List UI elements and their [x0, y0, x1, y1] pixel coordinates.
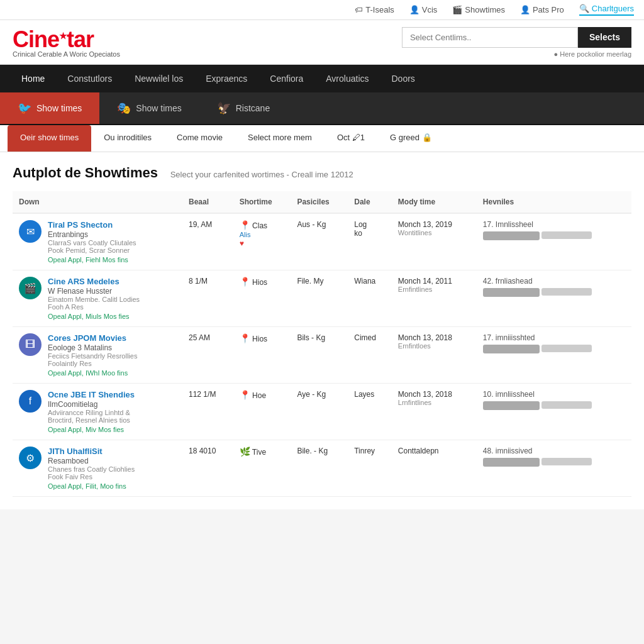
row-links[interactable]: Opeal Appl, Miuls Mos fies: [48, 313, 140, 320]
mainnav-doors[interactable]: Doors: [380, 65, 426, 92]
filter-tab-oeir[interactable]: Oeir show times: [8, 125, 91, 152]
status-badge: [483, 401, 540, 410]
profile-icon: 👤: [520, 5, 530, 14]
row-title[interactable]: JITh UhalfliSit: [48, 447, 135, 456]
row-3-beaal: 112 1/M: [182, 384, 233, 440]
page-title: Autplot de Showtimes: [13, 165, 158, 180]
row-sub: W Flenase Husster: [48, 287, 140, 296]
search-row: Selects: [402, 27, 631, 48]
row-avatar: 🎞: [19, 333, 42, 356]
row-1-mody: Monch 14, 2011Ernfintlines: [392, 270, 477, 327]
row-4-down: ⚙ JITh UhalfliSit Resamboed Chanes fras …: [13, 440, 182, 497]
row-4-pasiciles: Bile. - Kg: [291, 440, 348, 497]
col-mody: Mody time: [392, 191, 477, 213]
col-pasiciles: Pasiciles: [291, 191, 348, 213]
row-avatar: f: [19, 390, 42, 413]
row-title[interactable]: Tiral PS Shecton: [48, 220, 136, 230]
row-links[interactable]: Opeal Appl, Filit, Moo fins: [48, 482, 135, 490]
search-input[interactable]: [402, 27, 578, 48]
status-badge: [483, 345, 540, 353]
row-links[interactable]: Opeal Appl, Fiehl Mos fins: [48, 256, 136, 264]
filter-tab-select[interactable]: Select more mem: [235, 125, 325, 152]
logo-cine: Cine: [13, 26, 59, 52]
mainnav-newwilel[interactable]: Newwilel los: [123, 65, 194, 92]
row-0-shortime: 📍 Clas Alis ♥: [233, 213, 291, 270]
content-subtitle: Select your carfenited wortimes - Creall…: [170, 170, 353, 179]
topnav-vcis[interactable]: 👤 Vcis: [409, 5, 438, 14]
topnav-showtimes[interactable]: 🎬 Showtimes: [452, 5, 505, 14]
section-tab-showtimes-2[interactable]: 🎭 Show times: [99, 92, 199, 124]
section-tab-showtimes-1[interactable]: 🐦 Show times: [0, 92, 99, 124]
table-header: Down Beaal Shortime Pasiciles Dale Mody …: [13, 191, 631, 213]
col-down: Down: [13, 191, 182, 213]
pin-icon: 📍: [240, 277, 250, 287]
filter-tabs: Oeir show times Ou inroditiles Come movi…: [0, 125, 644, 152]
row-1-hevniles: 42. frnliashead: [477, 270, 631, 327]
row-4-shortime: 🌿 Tive: [233, 440, 291, 497]
row-0-beaal: 19, AM: [182, 213, 233, 270]
theater-icon: 🎭: [117, 101, 131, 115]
pin-icon: 📍: [240, 333, 250, 343]
row-1-down: 🎬 Cine ARS Medeles W Flenase Husster Ein…: [13, 270, 182, 327]
row-3-shortime: 📍 Hoe: [233, 384, 291, 440]
topnav-patspro[interactable]: 👤 Pats Pro: [520, 5, 564, 14]
status-badge: [483, 288, 540, 297]
row-4-hevniles: 48. imniissived: [477, 440, 631, 497]
table-row: 🎞 Cores JPOM Movies Eoologe⁢ 3 Matalins …: [13, 327, 631, 384]
row-1-shortime: 📍 Hios: [233, 270, 291, 327]
filter-tab-oct[interactable]: Oct 🖊1: [325, 125, 377, 152]
tag-icon: 🏷: [355, 5, 363, 14]
row-avatar: ✉: [19, 220, 42, 243]
mainnav-avroluatics[interactable]: Avroluatics: [314, 65, 380, 92]
row-detail: Adviirancce Riling Linhtd &Broctird, Res…: [48, 409, 135, 424]
logo-star-rest: tar: [67, 26, 94, 52]
row-title[interactable]: Cine ARS Medeles: [48, 277, 140, 286]
row-avatar: 🎬: [19, 277, 42, 299]
logo-star: ★: [59, 31, 67, 41]
row-0-pasiciles: Aus - Kg: [291, 213, 348, 270]
row-sub: Resamboed: [48, 457, 135, 465]
logo: Cine★tar Crinical Cerable A Woric Opecia…: [13, 26, 120, 58]
table-row: ⚙ JITh UhalfliSit Resamboed Chanes fras …: [13, 440, 631, 497]
row-title[interactable]: Ocne JBE IT Shendies: [48, 390, 135, 399]
pin-icon: 🌿: [240, 447, 250, 457]
table-row: 🎬 Cine ARS Medeles W Flenase Husster Ein…: [13, 270, 631, 327]
row-links[interactable]: Opeal Appl, IWhI Moo fins: [48, 369, 137, 377]
row-detail: Chanes fras Coatly CliohliesFook Faiv Re…: [48, 465, 135, 480]
row-3-mody: Monch 13, 2018Lrnfintlines: [392, 384, 477, 440]
header-note: ● Here pockolior meerlag: [554, 50, 631, 58]
mainnav-expraencs[interactable]: Expraencs: [194, 65, 258, 92]
row-3-hevniles: 10. imnliissheel: [477, 384, 631, 440]
row-sub: Eoologe⁢ 3 Matalins: [48, 343, 137, 352]
row-title[interactable]: Cores JPOM Movies: [48, 333, 137, 343]
select-button[interactable]: Selects: [578, 27, 631, 48]
mainnav-cenfiora[interactable]: Cenfiora: [258, 65, 314, 92]
topnav-tiseals[interactable]: 🏷 T-Iseals: [355, 5, 394, 14]
header-search-area: Selects ● Here pockolior meerlag: [402, 27, 631, 58]
col-dale: Dale: [348, 191, 392, 213]
mainnav-constutlors[interactable]: Constutlors: [56, 65, 123, 92]
row-1-dale: Wiana: [348, 270, 392, 327]
filter-tab-greed[interactable]: G greed 🔒: [377, 125, 445, 152]
showtimes-table: Down Beaal Shortime Pasiciles Dale Mody …: [13, 191, 631, 497]
row-3-down: f Ocne JBE IT Shendies IlmCoomitielag Ad…: [13, 384, 182, 440]
user-icon: 👤: [409, 5, 419, 14]
section-tab-ristcane[interactable]: 🦅 Ristcane: [199, 92, 287, 124]
status-badge: [483, 231, 540, 240]
row-3-pasiciles: Aye - Kg: [291, 384, 348, 440]
status-badge: [483, 458, 540, 467]
col-shortime: Shortime: [233, 191, 291, 213]
site-header: Cine★tar Crinical Cerable A Woric Opecia…: [0, 20, 644, 65]
topnav-charltguers[interactable]: 🔍 Charltguers: [579, 4, 634, 16]
row-4-mody: Conttaldepn: [392, 440, 477, 497]
col-hevniles: Hevniles: [477, 191, 631, 213]
filter-tab-come[interactable]: Come movie: [164, 125, 235, 152]
content-header: Autplot de Showtimes Select your carfeni…: [13, 165, 631, 181]
filter-tab-ou[interactable]: Ou inroditiles: [91, 125, 164, 152]
row-avatar: ⚙: [19, 447, 42, 469]
row-2-shortime: 📍 Hios: [233, 327, 291, 384]
row-2-dale: Cimed: [348, 327, 392, 384]
mainnav-home[interactable]: Home: [10, 65, 56, 92]
row-links[interactable]: Opeal Appl, Miv Mos fies: [48, 426, 135, 433]
row-2-beaal: 25 AM: [182, 327, 233, 384]
